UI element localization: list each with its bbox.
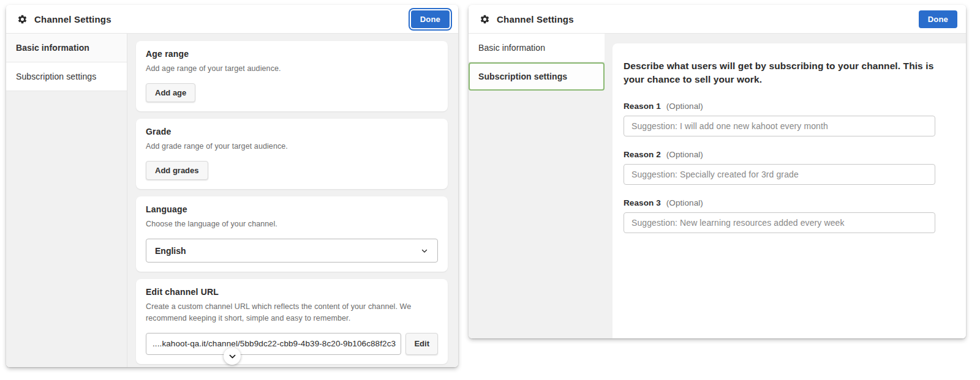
channel-url-card: Edit channel URL Create a custom channel… <box>136 279 448 363</box>
reason-3-field: Reason 3 (Optional) <box>624 198 935 233</box>
subscription-settings-content: Describe what users will get by subscrib… <box>612 43 966 338</box>
gear-icon <box>17 14 28 24</box>
dialog-body: Basic information Subscription settings … <box>6 34 458 367</box>
sidebar-item-basic-information[interactable]: Basic information <box>6 34 127 62</box>
age-range-description: Add age range of your target audience. <box>146 63 438 74</box>
age-range-card: Age range Add age range of your target a… <box>136 41 448 111</box>
reason-1-field: Reason 1 (Optional) <box>624 102 935 136</box>
chevron-down-icon <box>420 247 429 255</box>
language-title: Language <box>146 204 438 214</box>
grade-title: Grade <box>146 127 438 136</box>
dialog-title: Channel Settings <box>497 14 574 24</box>
reason-1-label-row: Reason 1 (Optional) <box>624 102 935 111</box>
reason-2-field: Reason 2 (Optional) <box>624 150 935 185</box>
done-button[interactable]: Done <box>411 10 450 28</box>
dialog-body: Basic information Subscription settings … <box>469 34 966 338</box>
gear-icon <box>480 14 490 24</box>
dialog-title: Channel Settings <box>34 14 111 24</box>
settings-sidebar: Basic information Subscription settings <box>6 34 127 367</box>
edit-url-button[interactable]: Edit <box>405 333 438 355</box>
add-age-button[interactable]: Add age <box>146 83 195 102</box>
language-select[interactable]: English <box>146 239 438 263</box>
reason-2-label: Reason 2 <box>624 150 661 159</box>
language-card: Language Choose the language of your cha… <box>136 196 448 272</box>
language-select-value: English <box>155 246 186 256</box>
reason-3-optional: (Optional) <box>666 198 703 207</box>
grade-description: Add grade range of your target audience. <box>146 141 438 152</box>
add-grades-button[interactable]: Add grades <box>146 161 208 180</box>
subscription-heading: Describe what users will get by subscrib… <box>624 59 935 86</box>
channel-url-title: Edit channel URL <box>146 287 438 297</box>
channel-url-value: ....kahoot-qa.it/channel/5bb9dc22-cbb9-4… <box>146 333 401 355</box>
sidebar-item-subscription-settings[interactable]: Subscription settings <box>6 62 127 91</box>
chevron-down-icon <box>228 352 237 361</box>
reason-3-label: Reason 3 <box>624 198 661 207</box>
channel-url-row: ....kahoot-qa.it/channel/5bb9dc22-cbb9-4… <box>146 333 438 355</box>
done-button[interactable]: Done <box>919 10 957 28</box>
reason-1-optional: (Optional) <box>666 102 703 111</box>
sidebar-item-subscription-settings[interactable]: Subscription settings <box>469 62 605 91</box>
reason-3-label-row: Reason 3 (Optional) <box>624 198 935 207</box>
dialog-header: Channel Settings Done <box>469 5 966 34</box>
reason-1-label: Reason 1 <box>624 102 661 111</box>
basic-information-content: Age range Add age range of your target a… <box>127 34 458 367</box>
grade-card: Grade Add grade range of your target aud… <box>136 119 448 189</box>
reason-2-input[interactable] <box>624 164 935 185</box>
reason-3-input[interactable] <box>624 212 935 233</box>
reason-1-input[interactable] <box>624 116 935 136</box>
age-range-title: Age range <box>146 49 438 59</box>
dialog-header: Channel Settings Done <box>6 5 458 34</box>
channel-url-description: Create a custom channel URL which reflec… <box>146 301 438 323</box>
channel-settings-dialog-basic: Channel Settings Done Basic information … <box>6 5 458 367</box>
reason-2-label-row: Reason 2 (Optional) <box>624 150 935 159</box>
scroll-down-button[interactable] <box>224 348 241 365</box>
channel-settings-dialog-subscription: Channel Settings Done Basic information … <box>469 5 966 338</box>
sidebar-item-basic-information[interactable]: Basic information <box>469 34 605 62</box>
language-description: Choose the language of your channel. <box>146 218 438 229</box>
settings-sidebar: Basic information Subscription settings <box>469 34 605 338</box>
reason-2-optional: (Optional) <box>666 150 703 159</box>
